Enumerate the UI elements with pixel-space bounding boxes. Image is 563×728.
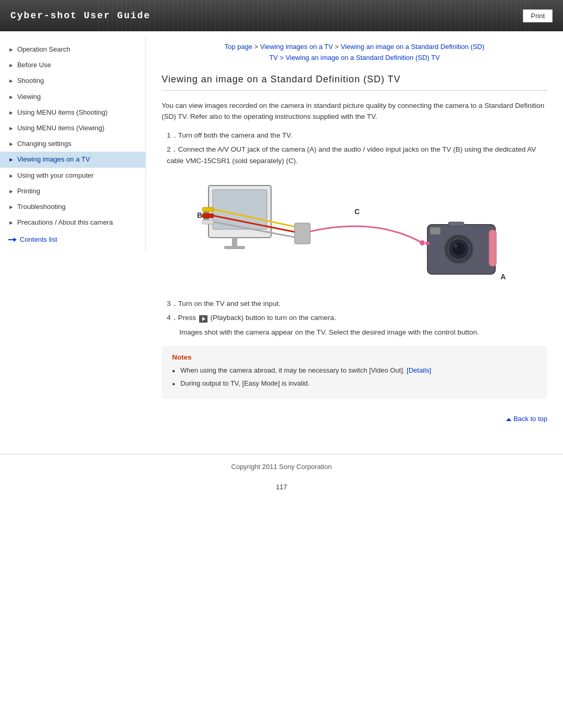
svg-rect-2: [232, 238, 237, 246]
sidebar-item-printing[interactable]: ► Printing: [0, 183, 145, 199]
main-content: Top page > Viewing images on a TV > View…: [146, 36, 563, 438]
chevron-right-icon: ►: [8, 188, 14, 195]
sidebar-item-precautions[interactable]: ► Precautions / About this camera: [0, 215, 145, 230]
svg-rect-13: [295, 223, 310, 244]
svg-rect-20: [448, 222, 464, 226]
svg-point-19: [454, 244, 457, 248]
sidebar-item-viewing[interactable]: ► Viewing: [0, 89, 145, 105]
svg-rect-21: [430, 227, 440, 235]
sidebar-item-menu-viewing[interactable]: ► Using MENU items (Viewing): [0, 120, 145, 136]
svg-rect-8: [202, 214, 214, 218]
step-4: 4．Press (Playback) button to turn on the…: [167, 312, 547, 324]
svg-rect-22: [489, 230, 496, 266]
breadcrumb-sd[interactable]: Viewing an image on a Standard Definitio…: [341, 43, 485, 51]
svg-rect-23: [425, 242, 430, 245]
step-1: 1．Turn off both the camera and the TV.: [167, 130, 547, 141]
chevron-right-icon: ►: [8, 109, 14, 117]
chevron-right-icon: ►: [8, 172, 14, 180]
notes-item-1: When using the camera abroad, it may be …: [172, 365, 537, 376]
chevron-right-icon: ►: [8, 46, 14, 54]
notes-title: Notes: [172, 353, 537, 361]
breadcrumb-viewing-tv[interactable]: Viewing images on a TV: [260, 43, 333, 51]
chevron-right-icon: ►: [8, 219, 14, 227]
steps-list-2: 3．Turn on the TV and set the input. 4．Pr…: [167, 298, 547, 338]
details-link[interactable]: [Details]: [407, 366, 431, 374]
sidebar-item-troubleshooting[interactable]: ► Troubleshooting: [0, 199, 145, 215]
back-to-top: Back to top: [162, 409, 547, 423]
header: Cyber-shot User Guide Print: [0, 0, 563, 31]
sidebar-item-operation-search[interactable]: ► Operation Search: [0, 42, 145, 57]
notes-item-2: During output to TV, [Easy Mode] is inva…: [172, 378, 537, 389]
connection-diagram: B: [162, 175, 547, 290]
back-to-top-link[interactable]: Back to top: [506, 415, 547, 423]
chevron-right-icon: ►: [8, 93, 14, 101]
page-title: Viewing an image on a Standard Definitio…: [162, 74, 547, 91]
svg-text:C: C: [354, 207, 360, 216]
chevron-right-icon: ►: [8, 61, 14, 69]
page-number: 117: [0, 483, 563, 491]
chevron-right-icon: ►: [8, 203, 14, 211]
steps-list: 1．Turn off both the camera and the TV. 2…: [167, 130, 547, 167]
step-3: 3．Turn on the TV and set the input.: [167, 298, 547, 310]
triangle-up-icon: [506, 418, 511, 421]
chevron-right-icon: ►: [8, 140, 14, 148]
sidebar: ► Operation Search ► Before Use ► Shooti…: [0, 36, 146, 252]
contents-list-link[interactable]: Contents list: [0, 230, 145, 246]
svg-rect-3: [224, 246, 245, 249]
diagram: B: [162, 175, 547, 290]
chevron-right-icon-active: ►: [8, 156, 14, 164]
print-button[interactable]: Print: [523, 9, 553, 22]
sidebar-item-viewing-tv[interactable]: ► Viewing images on a TV: [0, 152, 145, 167]
sidebar-item-changing-settings[interactable]: ► Changing settings: [0, 136, 145, 152]
step-2: 2．Connect the A/V OUT jack of the camera…: [167, 144, 547, 166]
svg-point-14: [420, 240, 425, 245]
breadcrumb-top[interactable]: Top page: [225, 43, 253, 51]
svg-rect-7: [202, 207, 214, 212]
copyright-text: Copyright 2011 Sony Corporation: [231, 463, 332, 471]
svg-text:B: B: [197, 211, 202, 219]
page-layout: ► Operation Search ► Before Use ► Shooti…: [0, 31, 563, 443]
sidebar-item-computer[interactable]: ► Using with your computer: [0, 168, 145, 183]
sidebar-item-shooting[interactable]: ► Shooting: [0, 73, 145, 89]
svg-rect-9: [202, 220, 214, 224]
notes-box: Notes When using the camera abroad, it m…: [162, 346, 547, 399]
breadcrumb: Top page > Viewing images on a TV > View…: [162, 42, 547, 64]
svg-text:A: A: [500, 273, 506, 281]
intro-text: You can view images recorded on the came…: [162, 100, 547, 122]
footer: Copyright 2011 Sony Corporation: [0, 454, 563, 479]
sidebar-item-menu-shooting[interactable]: ► Using MENU items (Shooting): [0, 105, 145, 120]
svg-point-18: [452, 243, 465, 255]
arrow-right-icon: [8, 237, 17, 242]
breadcrumb-sd-tv[interactable]: TV > Viewing an image on a Standard Defi…: [269, 54, 439, 61]
sidebar-item-before-use[interactable]: ► Before Use: [0, 57, 145, 73]
chevron-right-icon: ►: [8, 125, 14, 132]
playback-icon: [199, 315, 207, 322]
step-4-sub: Images shot with the camera appear on th…: [179, 327, 547, 338]
chevron-right-icon: ►: [8, 77, 14, 85]
app-title: Cyber-shot User Guide: [10, 10, 151, 21]
